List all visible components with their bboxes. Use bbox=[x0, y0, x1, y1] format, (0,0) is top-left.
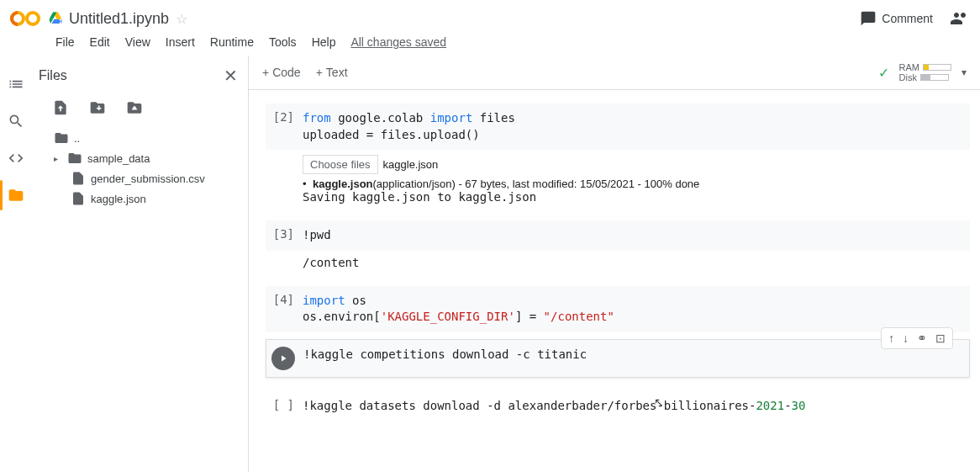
chevron-right-icon: ▸ bbox=[54, 154, 62, 163]
left-rail bbox=[0, 56, 32, 472]
output-text: /content bbox=[303, 256, 970, 269]
drive-icon bbox=[47, 11, 64, 26]
cell[interactable]: [4] import os os.environ['KAGGLE_CONFIG_… bbox=[266, 286, 970, 332]
tree-file-label: gender_submission.csv bbox=[91, 172, 205, 185]
colab-logo[interactable] bbox=[10, 8, 40, 29]
menu-insert[interactable]: Insert bbox=[166, 35, 195, 49]
menu-bar: File Edit View Insert Runtime Tools Help… bbox=[0, 32, 980, 56]
resource-indicator[interactable]: ✓ RAM Disk ▾ bbox=[878, 62, 967, 82]
refresh-icon[interactable] bbox=[89, 99, 106, 116]
files-sidebar: Files ✕ .. ▸ sample_data gender_submissi… bbox=[32, 56, 249, 472]
comment-icon bbox=[860, 10, 877, 27]
choose-files-button[interactable]: Choose files bbox=[303, 155, 378, 174]
cell[interactable]: [3] !pwd /content bbox=[266, 220, 970, 279]
share-icon[interactable] bbox=[950, 8, 970, 29]
add-code-button[interactable]: +Code bbox=[262, 66, 301, 79]
exec-count: [2] bbox=[266, 110, 303, 143]
menu-tools[interactable]: Tools bbox=[269, 35, 297, 49]
cell[interactable]: [ ] !kaggle datasets download -d alexand… bbox=[266, 391, 970, 422]
chevron-down-icon[interactable]: ▾ bbox=[962, 66, 967, 78]
run-cell-gutter bbox=[266, 347, 303, 370]
code-editor[interactable]: !kaggle competitions download -c titanic bbox=[303, 347, 969, 370]
upload-status: kaggle.json(application/json) - 67 bytes… bbox=[303, 178, 970, 190]
files-icon[interactable] bbox=[8, 187, 24, 204]
mouse-cursor: ↖ bbox=[654, 395, 664, 409]
link-icon[interactable]: ⚭ bbox=[917, 331, 927, 345]
code-editor[interactable]: !pwd bbox=[303, 227, 970, 244]
menu-runtime[interactable]: Runtime bbox=[210, 35, 254, 49]
exec-count: [ ] bbox=[266, 398, 303, 415]
code-icon[interactable] bbox=[8, 150, 24, 167]
move-down-icon[interactable]: ↓ bbox=[903, 331, 909, 345]
code-editor[interactable]: from google.colab import files uploaded … bbox=[303, 110, 970, 143]
upload-icon[interactable] bbox=[52, 99, 69, 116]
comment-button[interactable]: Comment bbox=[860, 10, 933, 27]
mount-drive-icon[interactable] bbox=[126, 99, 143, 116]
svg-point-1 bbox=[27, 13, 39, 24]
comment-label: Comment bbox=[882, 12, 933, 25]
notebook-content: +Code +Text ✓ RAM Disk ▾ [2] from google… bbox=[249, 56, 980, 472]
tree-file-kaggle[interactable]: kaggle.json bbox=[39, 188, 241, 209]
save-status[interactable]: All changes saved bbox=[350, 35, 446, 49]
search-icon[interactable] bbox=[8, 113, 24, 130]
plus-icon: + bbox=[262, 66, 269, 79]
folder-icon bbox=[54, 130, 69, 146]
output-text: Saving kaggle.json to kaggle.json bbox=[303, 190, 970, 204]
chosen-file: kaggle.json bbox=[383, 158, 439, 171]
file-icon bbox=[71, 191, 86, 206]
check-icon: ✓ bbox=[878, 65, 889, 81]
sidebar-title: Files bbox=[39, 68, 67, 83]
add-text-button[interactable]: +Text bbox=[316, 66, 348, 79]
exec-count: [4] bbox=[266, 293, 303, 326]
menu-view[interactable]: View bbox=[125, 35, 150, 49]
exec-count: [3] bbox=[266, 227, 303, 244]
folder-icon bbox=[67, 151, 82, 166]
tree-parent-label: .. bbox=[74, 132, 80, 145]
menu-help[interactable]: Help bbox=[312, 35, 336, 49]
toc-icon[interactable] bbox=[8, 76, 24, 93]
plus-icon: + bbox=[316, 66, 323, 79]
code-editor[interactable]: import os os.environ['KAGGLE_CONFIG_DIR'… bbox=[303, 293, 970, 326]
tree-folder-label: sample_data bbox=[87, 152, 150, 165]
run-button[interactable] bbox=[271, 347, 295, 370]
menu-file[interactable]: File bbox=[55, 35, 75, 49]
tree-file-gender[interactable]: gender_submission.csv bbox=[39, 168, 241, 188]
cell-active[interactable]: ↑ ↓ ⚭ ⊡ !kaggle competitions download -c… bbox=[266, 339, 970, 378]
close-icon[interactable]: ✕ bbox=[224, 66, 241, 86]
tree-parent[interactable]: .. bbox=[39, 128, 241, 148]
more-icon[interactable]: ⊡ bbox=[935, 331, 946, 345]
cell[interactable]: [2] from google.colab import files uploa… bbox=[266, 103, 970, 214]
tree-file-label: kaggle.json bbox=[91, 193, 146, 205]
notebook-title[interactable]: Untitled1.ipynb bbox=[69, 10, 169, 28]
move-up-icon[interactable]: ↑ bbox=[888, 331, 894, 345]
star-icon[interactable]: ☆ bbox=[176, 11, 187, 27]
menu-edit[interactable]: Edit bbox=[90, 35, 110, 49]
code-editor[interactable]: !kaggle datasets download -d alexanderba… bbox=[303, 398, 970, 415]
tree-folder-sample[interactable]: ▸ sample_data bbox=[39, 148, 241, 168]
file-icon bbox=[71, 171, 86, 186]
